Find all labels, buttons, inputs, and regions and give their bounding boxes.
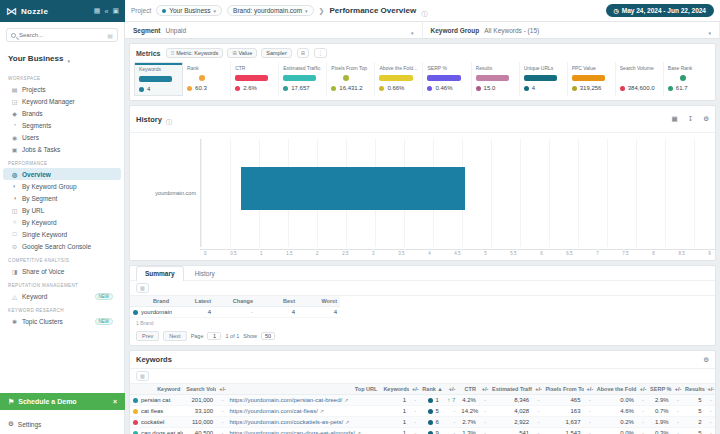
summary-column-header[interactable]: Latest — [172, 296, 214, 307]
metric-card[interactable]: SERP % 0.46% — [423, 62, 471, 96]
next-page-button[interactable]: Next — [163, 331, 186, 341]
metric-card[interactable]: Pixels From Top 16,431.2 — [327, 62, 375, 96]
gear-icon[interactable]: ⚙ — [703, 356, 709, 364]
tab[interactable]: History — [186, 266, 224, 280]
page-input[interactable] — [207, 332, 221, 340]
tab[interactable]: Summary — [136, 266, 184, 281]
keywords-column-header[interactable]: +/- — [584, 384, 594, 395]
keywords-column-header[interactable]: +/- — [532, 384, 542, 395]
schedule-demo-button[interactable]: ⚑ Schedule a Demo × — [0, 393, 125, 410]
info-icon[interactable] — [421, 2, 427, 20]
date-range-button[interactable]: ◷ May 24, 2024 - Jun 22, 2024 — [606, 4, 714, 17]
sidebar-item[interactable]: △ Keyword NEW — [3, 290, 121, 302]
metric-card[interactable]: Unique URLs 4 — [520, 62, 568, 96]
keyword-group-filter[interactable]: Keyword Group All Keywords - (15) — [423, 22, 720, 38]
top-url[interactable]: https://yourdomain.com/cat-fleas/ — [226, 406, 380, 417]
summary-row[interactable]: yourdomain.com 4 - 4 4 — [130, 307, 340, 318]
sidebar-item-settings[interactable]: ⚙ Settings — [0, 418, 125, 430]
sidebar-item[interactable]: ◲ Keyword Manager — [3, 95, 121, 107]
metric-card[interactable]: Keywords 4 — [134, 62, 183, 96]
top-url[interactable]: https://yourdomain.com/persian-cat-breed… — [226, 395, 380, 406]
grid-view-icon[interactable]: ⊞ — [297, 48, 309, 58]
grid-icon[interactable]: ▦ — [94, 7, 101, 15]
keywords-column-header[interactable]: Top URL — [226, 384, 380, 395]
sidebar-item[interactable]: ◫ By URL — [3, 204, 121, 216]
keywords-column-header[interactable]: +/- — [637, 384, 647, 395]
external-link-icon[interactable] — [355, 430, 361, 434]
keywords-column-header[interactable]: SERP % — [647, 384, 672, 395]
gear-icon[interactable]: ⚙ — [703, 115, 709, 123]
summary-column-header[interactable]: Worst — [298, 296, 340, 307]
sidebar-item[interactable]: ▣ Jobs & Tasks — [3, 143, 121, 155]
keywords-column-header[interactable]: +/- — [409, 384, 419, 395]
business-selector[interactable]: Your Business — [0, 46, 124, 70]
keyword-row[interactable]: cockatiel 110,000 - https://yourdomain.c… — [130, 417, 715, 428]
keywords-column-header[interactable]: +/- — [705, 384, 715, 395]
metric-card[interactable]: PPC Value 319,256 — [568, 62, 616, 96]
close-icon[interactable]: × — [113, 398, 117, 405]
sidebar-item[interactable]: ○ By Keyword — [3, 216, 121, 228]
external-link-icon[interactable] — [342, 397, 348, 403]
top-url[interactable]: https://yourdomain.com/cockatiels-as-pet… — [226, 417, 380, 428]
keyword-row[interactable]: cat fleas 33,100 - https://yourdomain.co… — [130, 406, 715, 417]
download-icon[interactable]: ↧ — [688, 115, 693, 123]
top-url[interactable]: https://yourdomain.com/can-dogs-eat-almo… — [226, 428, 380, 434]
metric-card[interactable]: Rank 60.3 — [183, 62, 231, 96]
brand-selector[interactable]: Brand: yourdomain.com — [227, 5, 314, 16]
sidebar-item[interactable]: ✱ Topic Clusters NEW — [3, 315, 121, 327]
metric-card[interactable]: Estimated Traffic 17,657 — [279, 62, 327, 96]
keywords-column-header[interactable]: Keyword — [130, 384, 183, 395]
metric-card[interactable]: Base Rank 61.7 — [664, 62, 711, 96]
history-bar[interactable] — [241, 167, 465, 210]
project-selector[interactable]: Your Business — [156, 5, 222, 16]
chart-type-icon[interactable]: ▦ — [672, 115, 678, 123]
info-icon[interactable] — [166, 110, 172, 128]
apps-icon[interactable]: ▣ — [112, 7, 119, 15]
prev-page-button[interactable]: Prev — [136, 331, 159, 341]
summary-column-header[interactable]: Change — [214, 296, 256, 307]
sidebar-item[interactable]: ◐ By Keyword Group — [3, 180, 121, 192]
keywords-column-header[interactable]: Estimated Traffic — [489, 384, 532, 395]
metric-card[interactable]: CTR 2.6% — [231, 62, 279, 96]
keyword-row[interactable]: can dogs eat almonds 40,500 - https://yo… — [130, 428, 715, 434]
sidebar-item[interactable]: ◉ Users — [3, 131, 121, 143]
keywords-column-header[interactable]: Pixels From Top — [542, 384, 583, 395]
sidebar-item[interactable]: ◎ Overview — [3, 168, 121, 180]
external-link-icon[interactable] — [343, 419, 349, 425]
metric-chip[interactable]: ⠿ Metric: Keywords — [166, 48, 224, 58]
segment-filter[interactable]: Segment Unpaid — [125, 22, 423, 38]
keywords-column-header[interactable]: Rank ▲ — [419, 384, 442, 395]
sidebar-item[interactable]: ◆ Brands — [3, 107, 121, 119]
summary-column-header[interactable]: Brand — [130, 296, 172, 307]
columns-icon[interactable]: ▥ — [136, 283, 149, 293]
metric-card[interactable]: Results 15.0 — [472, 62, 520, 96]
sidebar-item[interactable]: ◔ Segments — [3, 119, 121, 131]
keywords-column-header[interactable]: Above the Fold % — [594, 384, 637, 395]
keywords-column-header[interactable]: +/- — [479, 384, 489, 395]
keywords-column-header[interactable]: CTR — [458, 384, 479, 395]
summary-column-header[interactable]: Best — [256, 296, 298, 307]
columns-icon[interactable]: ▥ — [136, 371, 149, 381]
metric-card[interactable]: Search Volume 384,600.0 — [616, 62, 664, 96]
keywords-column-header[interactable]: Search Volume — [183, 384, 216, 395]
sidebar-item[interactable]: ▤ Projects — [3, 83, 121, 95]
sidebar-item[interactable]: ◑ By Segment — [3, 192, 121, 204]
keywords-column-header[interactable]: +/- — [442, 384, 458, 395]
metric-chip[interactable]: ⊞ Value — [227, 48, 257, 58]
more-options-icon[interactable]: ⋮ — [314, 48, 327, 58]
sidebar-item[interactable]: ⊙ Google Search Console — [3, 240, 121, 252]
collapse-sidebar-icon[interactable]: « — [104, 8, 108, 15]
keyword-row[interactable]: persian cat 201,000 - https://yourdomain… — [130, 395, 715, 406]
search-box[interactable]: ▤ — [6, 28, 118, 42]
keywords-column-header[interactable]: +/- — [672, 384, 682, 395]
keywords-column-header[interactable]: Keywords — [380, 384, 409, 395]
sidebar-item[interactable]: ◨ Share of Voice — [3, 265, 121, 277]
sidebar-item[interactable]: □ Single Keyword — [3, 228, 121, 240]
show-input[interactable] — [261, 332, 275, 340]
search-input[interactable] — [19, 32, 89, 38]
keywords-column-header[interactable]: Results — [682, 384, 705, 395]
metric-chip[interactable]: Sampler — [261, 48, 291, 58]
external-link-icon[interactable] — [318, 408, 324, 414]
metric-card[interactable]: Above the Fold % 0.66% — [375, 62, 423, 96]
keywords-column-header[interactable]: +/- — [216, 384, 226, 395]
